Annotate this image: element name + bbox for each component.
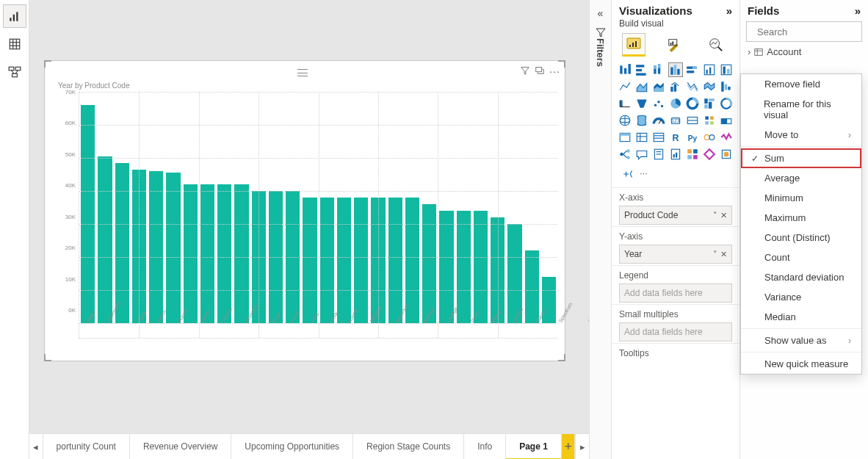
viz-tile[interactable]: 123 (668, 113, 683, 128)
viz-tile[interactable] (651, 130, 666, 145)
data-view-button[interactable] (3, 32, 26, 56)
viz-tile[interactable] (668, 79, 683, 94)
menu-item[interactable]: ✓Sum (741, 148, 861, 168)
viz-tile[interactable]: R (668, 130, 683, 145)
viz-tile[interactable] (668, 96, 683, 111)
viz-tile[interactable] (685, 62, 700, 77)
chart-bar[interactable] (166, 173, 180, 323)
visual-more-icon[interactable]: ··· (549, 65, 560, 78)
canvas-surface[interactable]: ··· Year by Product Code 0K10K20K30K40K5… (29, 0, 589, 433)
viz-tile[interactable] (634, 62, 649, 77)
viz-tile[interactable] (719, 96, 734, 111)
visual-filter-icon[interactable] (520, 65, 530, 78)
page-tab[interactable]: Info (464, 434, 506, 459)
menu-item[interactable]: Maximum (741, 208, 861, 228)
viz-tile[interactable] (702, 96, 717, 111)
menu-item[interactable]: Count (741, 247, 861, 267)
chart-bar[interactable] (337, 198, 351, 323)
viz-tile[interactable] (651, 113, 666, 128)
viz-tile[interactable] (702, 130, 717, 145)
page-scroll-left[interactable]: ◂ (29, 434, 43, 459)
fields-search-input[interactable] (756, 26, 868, 38)
viz-tile[interactable] (685, 147, 700, 162)
viz-tile[interactable] (634, 113, 649, 128)
chart-bar[interactable] (217, 184, 231, 323)
viz-tile[interactable] (618, 130, 632, 145)
menu-item[interactable]: Remove field (741, 74, 861, 94)
visual-frame[interactable]: ··· Year by Product Code 0K10K20K30K40K5… (44, 60, 565, 361)
viz-tile[interactable] (618, 62, 632, 77)
chart-bar[interactable] (303, 198, 317, 323)
menu-item[interactable]: Minimum (741, 188, 861, 208)
viz-tile[interactable] (618, 113, 632, 128)
add-page-button[interactable]: + (562, 434, 576, 459)
build-tab[interactable] (622, 33, 645, 57)
page-tab[interactable]: Region Stage Counts (353, 434, 464, 459)
legend-field-well[interactable]: Add data fields here (619, 283, 732, 303)
viz-tile[interactable] (685, 96, 700, 111)
viz-tile[interactable] (634, 79, 649, 94)
viz-tile[interactable] (702, 147, 717, 162)
yaxis-field-well[interactable]: Year ˅ ✕ (619, 245, 732, 264)
viz-tile[interactable] (719, 113, 734, 128)
page-tab[interactable]: Revenue Overview (130, 434, 231, 459)
model-view-button[interactable] (3, 60, 26, 84)
menu-item[interactable]: Move to› (741, 125, 861, 145)
menu-item[interactable]: Average (741, 168, 861, 188)
viz-tile[interactable] (719, 130, 734, 145)
viz-tile[interactable] (634, 130, 649, 145)
small-multiples-well[interactable]: Add data fields here (619, 322, 732, 341)
page-tab[interactable]: portunity Count (43, 434, 130, 459)
menu-item[interactable]: Rename for this visual (741, 94, 861, 125)
visual-drag-handle[interactable] (297, 69, 308, 76)
chart-bar[interactable] (422, 204, 436, 323)
viz-tile[interactable] (719, 79, 734, 94)
xaxis-dropdown[interactable]: ˅ (713, 211, 717, 220)
viz-overflow-button[interactable]: ··· (640, 167, 648, 183)
yaxis-dropdown[interactable]: ˅ (713, 250, 717, 259)
viz-tile[interactable] (702, 113, 717, 128)
chart-bar[interactable] (98, 156, 112, 323)
page-tab[interactable]: Upcoming Opportunities (231, 434, 353, 459)
collapse-visualizations-button[interactable]: » (726, 4, 732, 17)
menu-item[interactable]: Show value as› (741, 330, 861, 350)
page-scroll-right[interactable]: ▸ (575, 434, 589, 459)
table-account[interactable]: › Account (740, 45, 868, 59)
viz-tile[interactable] (618, 79, 632, 94)
viz-tile[interactable] (685, 113, 700, 128)
report-view-button[interactable] (3, 4, 26, 28)
menu-item[interactable]: Count (Distinct) (741, 228, 861, 247)
viz-tile[interactable] (634, 96, 649, 111)
expand-filters-button[interactable]: « (598, 7, 604, 19)
analytics-tab[interactable] (704, 33, 728, 57)
viz-tile[interactable] (618, 96, 632, 111)
chart-bar[interactable] (200, 184, 214, 323)
chart-bar[interactable] (474, 211, 488, 323)
viz-tile[interactable] (685, 79, 700, 94)
chart-bar[interactable] (149, 171, 163, 323)
format-tab[interactable] (663, 33, 687, 57)
chart-bar[interactable] (320, 198, 334, 323)
viz-tile[interactable] (719, 147, 734, 162)
viz-tile[interactable] (651, 147, 666, 162)
fields-search[interactable] (746, 21, 862, 42)
viz-tile[interactable] (651, 96, 666, 111)
viz-tile[interactable] (651, 79, 666, 94)
visual-focus-icon[interactable] (535, 65, 545, 78)
menu-item[interactable]: Median (741, 307, 861, 327)
more-visuals-icon[interactable] (622, 167, 635, 183)
report-canvas[interactable]: ··· Year by Product Code 0K10K20K30K40K5… (29, 0, 589, 459)
viz-tile[interactable] (634, 147, 649, 162)
menu-item[interactable]: Variance (741, 287, 861, 307)
chart-bar[interactable] (115, 163, 129, 323)
chart-bar[interactable] (234, 184, 248, 323)
xaxis-remove[interactable]: ✕ (720, 211, 727, 220)
page-tab[interactable]: Page 1 (506, 434, 562, 459)
viz-tile[interactable] (702, 79, 717, 94)
menu-item[interactable]: Standard deviation (741, 267, 861, 287)
yaxis-remove[interactable]: ✕ (720, 250, 727, 259)
viz-tile[interactable] (668, 147, 683, 162)
chart-bar[interactable] (184, 184, 198, 323)
viz-tile[interactable] (719, 62, 734, 77)
viz-tile[interactable] (618, 147, 632, 162)
